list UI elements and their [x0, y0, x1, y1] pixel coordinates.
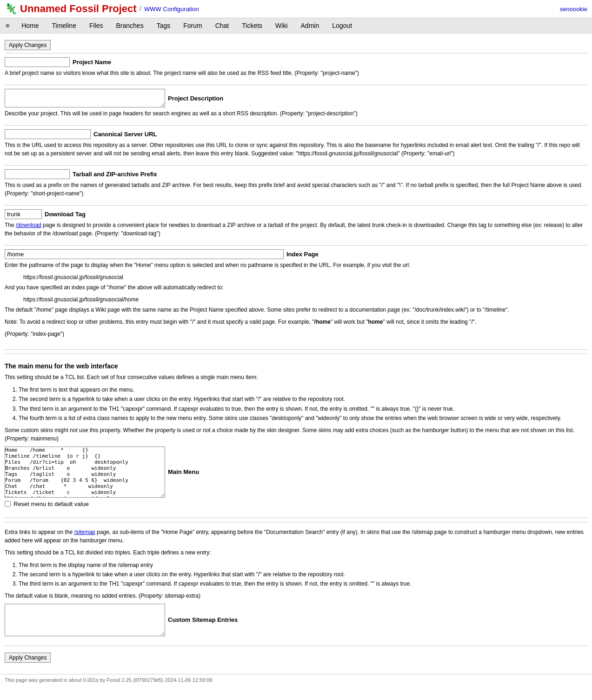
apply-changes-top[interactable]: Apply Changes	[5, 40, 51, 50]
main-menu-desc1: This setting should be a TCL list. Each …	[5, 373, 587, 381]
nav-tags[interactable]: Tags	[150, 18, 177, 33]
nav-files[interactable]: Files	[83, 18, 110, 33]
download-tag-label: Download Tag	[45, 211, 86, 218]
nav-wiki[interactable]: Wiki	[269, 18, 294, 33]
main-menu-desc2: Some custom skins might not use this pro…	[5, 426, 587, 443]
fossil-icon: 🦎	[5, 3, 17, 15]
main-menu-list-item-4: The fourth term is a list of extra class…	[19, 413, 587, 423]
section-index-page: Index Page Enter the pathname of the pag…	[5, 245, 587, 346]
sitemap-textarea-row: Custom Sitemap Entries	[5, 604, 587, 636]
main-menu-label: Main Menu	[168, 468, 199, 475]
section-project-desc: Project Description Describe your projec…	[5, 85, 587, 125]
download-tag-input[interactable]	[5, 209, 42, 219]
header-left: 🦎 Unnamed Fossil Project / WWW Configura…	[5, 3, 199, 15]
index-page-label: Index Page	[286, 251, 319, 258]
sitemap-intro: Extra links to appear on the /sitemap pa…	[5, 528, 587, 545]
section-sitemap: Extra links to appear on the /sitemap pa…	[5, 522, 587, 642]
nav-home[interactable]: Home	[15, 18, 45, 33]
sitemap-list: The first term is the display name of th…	[19, 560, 587, 589]
section-download-tag: Download Tag The /download page is desig…	[5, 205, 587, 245]
sitemap-textarea[interactable]	[5, 604, 165, 636]
index-page-desc-intro: Enter the pathname of the page to displa…	[5, 261, 587, 269]
reset-menu-checkbox[interactable]	[5, 501, 11, 507]
canonical-url-input[interactable]	[5, 129, 91, 139]
canonical-url-desc: This is the URL used to access this repo…	[5, 141, 587, 158]
main-menu-textarea-row: Home /home * {} Timeline /timeline {o r …	[5, 447, 587, 498]
project-name-label: Project Name	[73, 59, 111, 66]
main-menu-textarea[interactable]: Home /home * {} Timeline /timeline {o r …	[5, 447, 165, 498]
nav-forum[interactable]: Forum	[177, 18, 208, 33]
project-name-desc: A brief project name so visitors know wh…	[5, 69, 587, 77]
index-page-desc-wiki: The default "/home" page displays a Wiki…	[5, 306, 587, 314]
index-page-example-url2: https://fossil.gnusocial.jp/fossil/gnuso…	[23, 295, 587, 304]
main-menu-list-item-2: The second term is a hyperlink to take w…	[19, 394, 587, 404]
sitemap-desc1: This setting should be a TCL list divide…	[5, 548, 587, 557]
header-user[interactable]: senoookie	[560, 6, 587, 13]
sitemap-label: Custom Sitemap Entries	[168, 616, 238, 623]
project-desc-label: Project Description	[168, 95, 223, 102]
nav-admin[interactable]: Admin	[294, 18, 326, 33]
footer: This page was generated in about 0.001s …	[0, 674, 592, 686]
divider-1	[5, 349, 587, 350]
canonical-url-label: Canonical Server URL	[93, 131, 157, 138]
download-link[interactable]: /download	[16, 222, 41, 228]
sitemap-link[interactable]: /sitemap	[74, 529, 95, 535]
section-tarball-prefix: Tarball and ZIP-archive Prefix This is u…	[5, 165, 587, 205]
main-menu-list: The first term is text that appears on t…	[19, 385, 587, 423]
section-project-name: Project Name A brief project name so vis…	[5, 53, 587, 85]
main-menu-list-item-3: The third term is an argument to the TH1…	[19, 404, 587, 413]
header-separator: /	[140, 5, 141, 13]
canonical-url-row: Canonical Server URL	[5, 129, 587, 139]
project-name-input[interactable]	[5, 57, 70, 67]
section-canonical-url: Canonical Server URL This is the URL use…	[5, 125, 587, 165]
index-page-desc-mid: And you have specified an index page of …	[5, 283, 587, 292]
footer-text: This page was generated in about 0.001s …	[5, 677, 212, 683]
sitemap-list-item-2: The second term is a hyperlink to take w…	[19, 570, 587, 579]
index-page-input[interactable]	[5, 249, 284, 259]
project-desc-input[interactable]	[5, 89, 165, 107]
download-tag-desc: The /download page is designed to provid…	[5, 221, 587, 238]
index-page-desc-note: Note: To avoid a redirect loop or other …	[5, 318, 587, 326]
tarball-prefix-label: Tarball and ZIP-archive Prefix	[73, 171, 157, 178]
project-title[interactable]: Unnamed Fossil Project	[20, 3, 137, 15]
index-page-desc-prop: (Property: "index-page")	[5, 330, 587, 338]
project-desc-desc: Describe your project. This will be used…	[5, 109, 587, 118]
index-page-example-url1: https://fossil.gnusocial.jp/fossil/gnuso…	[23, 273, 587, 281]
tarball-prefix-desc: This is used as a prefix on the names of…	[5, 181, 587, 198]
hamburger-menu[interactable]: ≡	[0, 18, 15, 33]
section-main-menu: The main menu for the web interface This…	[5, 353, 587, 514]
nav-chat[interactable]: Chat	[209, 18, 236, 33]
download-tag-row: Download Tag	[5, 209, 587, 219]
apply-changes-bottom[interactable]: Apply Changes	[5, 653, 51, 663]
sitemap-list-item-1: The first term is the display name of th…	[19, 560, 587, 570]
main-menu-heading: The main menu for the web interface	[5, 361, 587, 371]
tarball-prefix-input[interactable]	[5, 169, 70, 179]
project-name-row: Project Name	[5, 57, 587, 67]
nav-timeline[interactable]: Timeline	[46, 18, 83, 33]
header: 🦎 Unnamed Fossil Project / WWW Configura…	[0, 0, 592, 18]
nav-logout[interactable]: Logout	[326, 18, 359, 33]
sitemap-list-item-3: The third term is an argument to the TH1…	[19, 579, 587, 588]
divider-3	[5, 646, 587, 646]
project-desc-row: Project Description	[5, 89, 587, 107]
main-menu-list-item-1: The first term is text that appears on t…	[19, 385, 587, 394]
content: Apply Changes Project Name A brief proje…	[0, 33, 592, 669]
navbar: ≡ Home Timeline Files Branches Tags Foru…	[0, 18, 592, 33]
index-page-row: Index Page	[5, 249, 587, 259]
divider-2	[5, 518, 587, 518]
nav-tickets[interactable]: Tickets	[235, 18, 269, 33]
reset-menu-label: Reset menu to default value	[13, 500, 89, 507]
sitemap-desc2: The default value is blank, meaning no a…	[5, 592, 587, 600]
tarball-prefix-row: Tarball and ZIP-archive Prefix	[5, 169, 587, 179]
nav-branches[interactable]: Branches	[109, 18, 150, 33]
header-subtitle: WWW Configuration	[144, 6, 199, 13]
reset-menu-row: Reset menu to default value	[5, 500, 587, 507]
